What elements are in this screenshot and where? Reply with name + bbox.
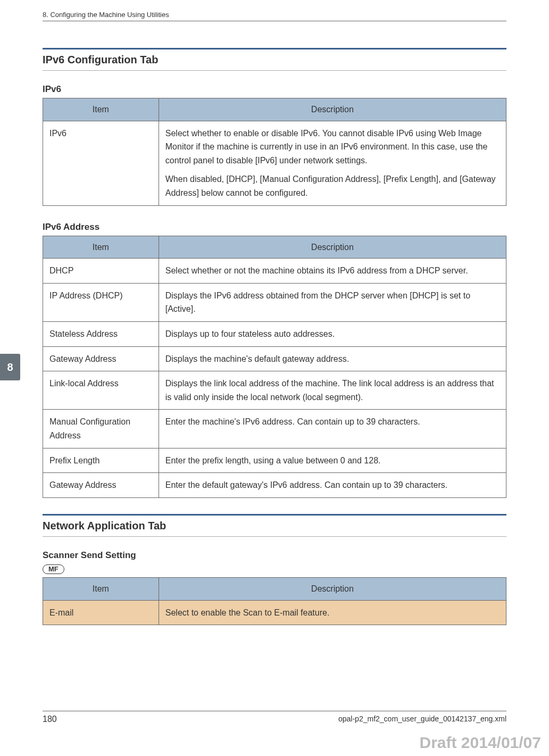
cell-desc: Select whether to enable or disable IPv6… [159,121,506,205]
cell-desc: Displays the machine's default gateway a… [159,346,506,371]
cell-item: IP Address (DHCP) [43,283,159,321]
cell-item: Gateway Address [43,473,159,498]
chapter-title: 8. Configuring the Machine Using Utiliti… [43,11,169,19]
page-number: 180 [43,715,57,724]
draft-watermark: Draft 2014/01/07 [420,734,542,752]
cell-desc: Enter the machine's IPv6 address. Can co… [159,410,506,448]
ipv6-address-table: Item Description DHCP Select whether or … [43,236,506,498]
table-row: Gateway Address Enter the default gatewa… [43,473,506,498]
ipv6-address-table-title: IPv6 Address [43,222,506,232]
cell-desc: Displays the link local address of the m… [159,371,506,410]
table-row: Stateless Address Displays up to four st… [43,321,506,346]
table-header-row: Item Description [43,236,506,259]
scanner-send-table: Item Description E-mail Select to enable… [43,577,506,625]
table-row: Gateway Address Displays the machine's d… [43,346,506,371]
cell-desc: Select to enable the Scan to E-mail feat… [159,600,506,625]
table-row: IP Address (DHCP) Displays the IPv6 addr… [43,283,506,321]
table-header-description: Description [159,98,506,121]
table-header-item: Item [43,236,159,259]
cell-desc: Enter the prefix length, using a value b… [159,448,506,473]
ipv6-table-title: IPv6 [43,84,506,95]
desc-paragraph: When disabled, [DHCP], [Manual Configura… [165,172,500,200]
table-header-description: Description [159,236,506,259]
header-divider [43,21,506,21]
cell-item: Gateway Address [43,346,159,371]
section-heading-ipv6-config: IPv6 Configuration Tab [43,48,506,71]
page-footer: 180 opal-p2_mf2_com_user_guide_00142137_… [43,711,506,724]
table-row: IPv6 Select whether to enable or disable… [43,121,506,205]
page-header: 8. Configuring the Machine Using Utiliti… [43,0,506,21]
cell-item: IPv6 [43,121,159,205]
table-row: Prefix Length Enter the prefix length, u… [43,448,506,473]
cell-desc: Displays the IPv6 address obtained from … [159,283,506,321]
footer-filename: opal-p2_mf2_com_user_guide_00142137_eng.… [338,715,506,724]
cell-item: Manual Configuration Address [43,410,159,448]
table-header-description: Description [159,577,506,600]
cell-item: DHCP [43,259,159,284]
table-row: E-mail Select to enable the Scan to E-ma… [43,600,506,625]
mf-badge: MF [43,564,64,574]
cell-item: Prefix Length [43,448,159,473]
page-content: 8. Configuring the Machine Using Utiliti… [0,0,549,756]
table-header-row: Item Description [43,98,506,121]
cell-desc: Displays up to four stateless auto addre… [159,321,506,346]
scanner-send-title: Scanner Send Setting [43,550,506,561]
cell-desc: Select whether or not the machine obtain… [159,259,506,284]
cell-item: Stateless Address [43,321,159,346]
ipv6-table: Item Description IPv6 Select whether to … [43,98,506,206]
table-header-item: Item [43,577,159,600]
cell-item: E-mail [43,600,159,625]
table-row: DHCP Select whether or not the machine o… [43,259,506,284]
cell-item: Link-local Address [43,371,159,410]
section-heading-network-app: Network Application Tab [43,514,506,537]
table-row: Manual Configuration Address Enter the m… [43,410,506,448]
footer-divider [43,711,506,711]
table-header-item: Item [43,98,159,121]
table-header-row: Item Description [43,577,506,600]
table-row: Link-local Address Displays the link loc… [43,371,506,410]
cell-desc: Enter the default gateway's IPv6 address… [159,473,506,498]
desc-paragraph: Select whether to enable or disable IPv6… [165,127,500,168]
